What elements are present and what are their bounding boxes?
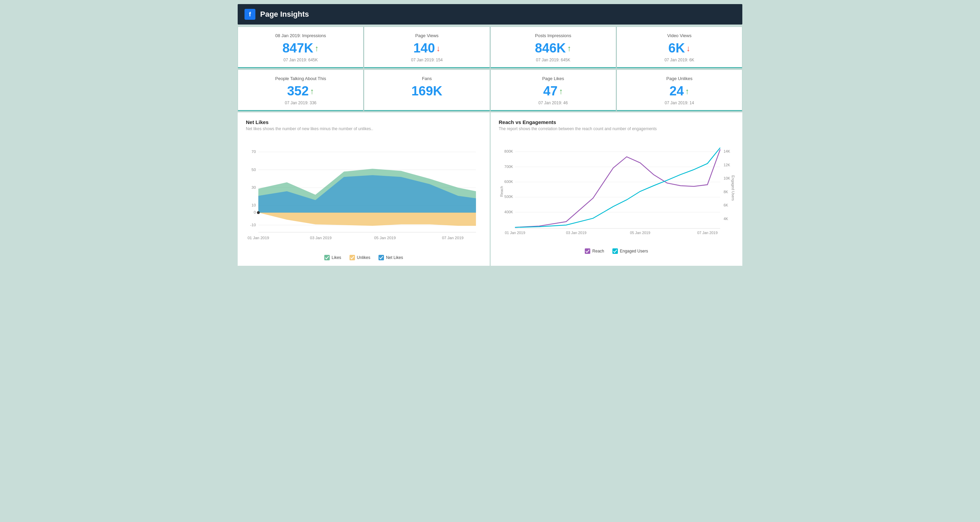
svg-text:05 Jan 2019: 05 Jan 2019 <box>374 236 396 240</box>
svg-text:30: 30 <box>251 186 256 189</box>
svg-text:10K: 10K <box>723 176 730 180</box>
metric-prev-value: 07 Jan 2019: 6K <box>624 57 735 62</box>
metric-value-row: 140↓ <box>371 41 482 56</box>
net-likes-subtitle: Net likes shows the number of new likes … <box>246 126 482 131</box>
svg-text:14K: 14K <box>723 149 730 153</box>
metric-prev-value: 07 Jan 2019: 46 <box>498 100 609 105</box>
metric-value: 6K <box>668 41 685 56</box>
svg-text:05 Jan 2019: 05 Jan 2019 <box>630 231 650 235</box>
svg-text:400K: 400K <box>504 210 513 214</box>
svg-point-12 <box>257 211 259 214</box>
metric-card: Fans169K <box>364 70 489 111</box>
net-likes-legend: Likes Unlikes Net Likes <box>246 255 482 260</box>
metric-value: 169K <box>411 84 442 98</box>
metric-value: 24 <box>669 84 684 98</box>
metric-card: Page Views140↓07 Jan 2019: 154 <box>364 27 489 68</box>
metric-card: Page Unlikes24↑07 Jan 2019: 14 <box>617 70 742 111</box>
svg-text:600K: 600K <box>504 179 513 184</box>
unlikes-swatch <box>350 255 355 260</box>
legend-reach: Reach <box>585 248 604 254</box>
metric-prev-value: 07 Jan 2019: 154 <box>371 57 482 62</box>
metric-label: Page Views <box>371 33 482 38</box>
metric-value: 140 <box>413 41 435 56</box>
svg-text:8K: 8K <box>723 190 728 194</box>
metric-card: 08 Jan 2019: Impressions847K↑07 Jan 2019… <box>238 27 363 68</box>
metric-value-row: 352↑ <box>245 84 356 98</box>
metric-value: 846K <box>535 41 566 56</box>
metric-card: Posts Impressions846K↑07 Jan 2019: 645K <box>491 27 616 68</box>
metric-value-row: 6K↓ <box>624 41 735 56</box>
arrow-up-icon: ↑ <box>567 44 571 53</box>
metric-label: People Talking About This <box>245 76 356 81</box>
reach-subtitle: The report shows the correlation between… <box>499 126 735 131</box>
metric-label: Video Views <box>624 33 735 38</box>
metric-prev-value: 07 Jan 2019: 645K <box>498 57 609 62</box>
svg-text:700K: 700K <box>504 165 513 169</box>
metric-value-row: 847K↑ <box>245 41 356 56</box>
svg-text:01 Jan 2019: 01 Jan 2019 <box>505 231 525 235</box>
svg-text:4K: 4K <box>723 217 728 221</box>
reach-chart-container: 800K 700K 600K 500K 400K Reach 14K 12K 1… <box>499 136 735 245</box>
metric-value-row: 846K↑ <box>498 41 609 56</box>
arrow-up-icon: ↑ <box>559 87 563 96</box>
metric-card: People Talking About This352↑07 Jan 2019… <box>238 70 363 111</box>
svg-text:-10: -10 <box>250 223 256 227</box>
arrow-up-icon: ↑ <box>686 87 689 96</box>
reach-legend: Reach Engaged Users <box>499 248 735 254</box>
arrow-up-icon: ↑ <box>315 44 319 53</box>
svg-text:03 Jan 2019: 03 Jan 2019 <box>310 236 331 240</box>
arrow-down-icon: ↓ <box>436 44 441 53</box>
svg-text:Engaged Users: Engaged Users <box>731 176 735 201</box>
metric-value-row: 47↑ <box>498 84 609 98</box>
svg-text:50: 50 <box>251 168 256 172</box>
engaged-users-swatch <box>612 248 618 254</box>
metric-card: Video Views6K↓07 Jan 2019: 6K <box>617 27 742 68</box>
metric-prev-value: 07 Jan 2019: 336 <box>245 100 356 105</box>
reach-title: Reach vs Engagements <box>499 119 735 125</box>
svg-text:0: 0 <box>254 210 256 214</box>
svg-text:Reach: Reach <box>499 186 503 197</box>
net-likes-chart-card: Net Likes Net likes shows the number of … <box>238 113 490 266</box>
metric-card: Page Likes47↑07 Jan 2019: 46 <box>491 70 616 111</box>
net-likes-chart-container: 70 50 30 10 0 -10 <box>246 136 482 251</box>
net-likes-swatch <box>379 255 384 260</box>
reach-label: Reach <box>592 249 604 254</box>
likes-swatch <box>324 255 330 260</box>
page-header: f Page Insights <box>238 4 742 25</box>
metric-label: Page Likes <box>498 76 609 81</box>
metric-value: 352 <box>287 84 309 98</box>
reach-swatch <box>585 248 590 254</box>
metric-value: 47 <box>543 84 557 98</box>
metric-label: Fans <box>371 76 482 81</box>
net-likes-svg: 70 50 30 10 0 -10 <box>246 136 482 250</box>
unlikes-label: Unlikes <box>357 255 370 260</box>
arrow-up-icon: ↑ <box>310 87 314 96</box>
net-likes-title: Net Likes <box>246 119 482 125</box>
facebook-icon: f <box>245 9 255 20</box>
svg-text:500K: 500K <box>504 195 513 198</box>
svg-text:70: 70 <box>251 149 256 154</box>
svg-text:07 Jan 2019: 07 Jan 2019 <box>697 231 718 235</box>
reach-svg: 800K 700K 600K 500K 400K Reach 14K 12K 1… <box>499 136 735 244</box>
engaged-users-label: Engaged Users <box>620 249 648 254</box>
legend-net-likes: Net Likes <box>379 255 403 260</box>
svg-text:12K: 12K <box>723 163 730 167</box>
likes-label: Likes <box>332 255 341 260</box>
metrics-row-2: People Talking About This352↑07 Jan 2019… <box>238 70 742 111</box>
svg-text:6K: 6K <box>723 203 728 207</box>
net-likes-label: Net Likes <box>386 255 403 260</box>
metric-label: Posts Impressions <box>498 33 609 38</box>
metric-label: Page Unlikes <box>624 76 735 81</box>
charts-section: Net Likes Net likes shows the number of … <box>238 113 742 266</box>
metrics-row-1: 08 Jan 2019: Impressions847K↑07 Jan 2019… <box>238 27 742 68</box>
legend-unlikes: Unlikes <box>350 255 370 260</box>
metric-value: 847K <box>282 41 313 56</box>
page-title: Page Insights <box>260 10 309 19</box>
reach-chart-card: Reach vs Engagements The report shows th… <box>491 113 743 266</box>
metric-prev-value: 07 Jan 2019: 14 <box>624 100 735 105</box>
arrow-down-icon: ↓ <box>686 44 690 53</box>
svg-text:800K: 800K <box>504 149 513 153</box>
metric-value-row: 169K <box>371 84 482 98</box>
svg-text:10: 10 <box>251 203 256 207</box>
metric-prev-value: 07 Jan 2019: 645K <box>245 57 356 62</box>
